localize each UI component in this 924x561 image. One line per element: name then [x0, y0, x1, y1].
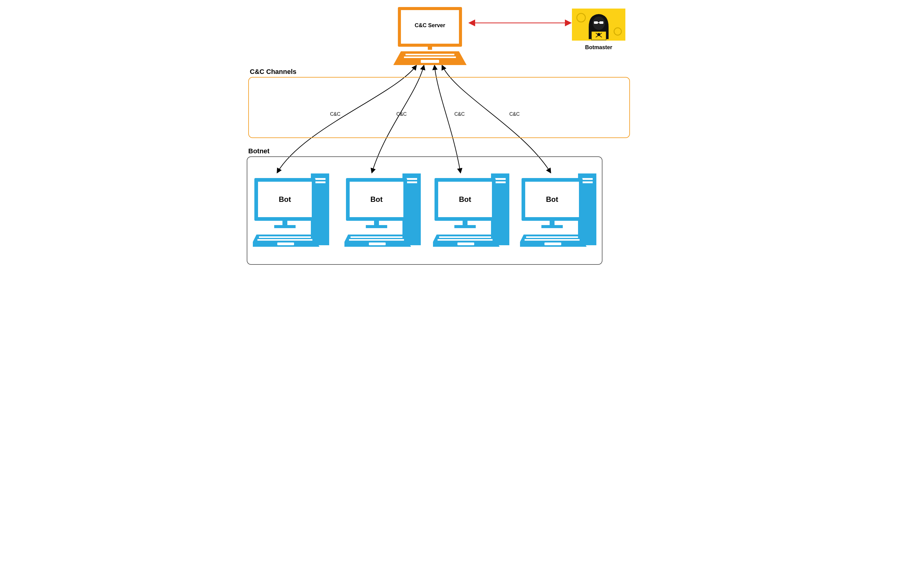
svg-rect-48 [439, 236, 491, 238]
svg-rect-2 [428, 47, 432, 50]
cc-label-1: C&C [330, 111, 340, 117]
svg-rect-35 [366, 225, 387, 228]
bot-node-3: Bot [433, 167, 512, 260]
cc-server-node: C&C Server [392, 6, 468, 68]
svg-rect-34 [374, 221, 379, 225]
svg-rect-23 [282, 221, 287, 225]
diagram-canvas: C&C Channels C&C C&C C&C C&C Botnet C&C … [236, 0, 688, 275]
svg-rect-57 [542, 225, 563, 228]
svg-rect-60 [525, 239, 579, 241]
bot-node-2: Bot [345, 167, 424, 260]
svg-rect-42 [495, 182, 506, 183]
bot-label-2: Bot [346, 178, 407, 221]
svg-rect-52 [582, 178, 593, 180]
svg-rect-50 [458, 243, 474, 245]
channels-box [248, 77, 630, 138]
svg-rect-6 [421, 60, 439, 63]
bot-label-1: Bot [254, 178, 315, 221]
svg-rect-5 [404, 57, 456, 58]
bot-label-3: Bot [435, 178, 496, 221]
svg-rect-56 [550, 221, 555, 225]
svg-rect-20 [315, 182, 326, 183]
cc-label-4: C&C [509, 111, 520, 117]
svg-rect-27 [257, 239, 312, 241]
cc-label-3: C&C [454, 111, 465, 117]
svg-rect-31 [406, 182, 417, 183]
svg-rect-59 [526, 236, 578, 238]
svg-rect-37 [351, 236, 402, 238]
svg-rect-28 [277, 243, 294, 245]
svg-rect-41 [495, 178, 506, 180]
svg-marker-3 [393, 51, 466, 65]
bot-label-4: Bot [522, 178, 583, 221]
svg-rect-4 [405, 54, 454, 55]
svg-rect-26 [259, 236, 311, 238]
bot-node-4: Bot [520, 167, 599, 260]
svg-rect-46 [454, 225, 476, 228]
svg-rect-39 [369, 243, 386, 245]
server-label: C&C Server [392, 6, 468, 45]
svg-rect-19 [315, 178, 326, 180]
svg-rect-12 [599, 21, 603, 24]
svg-rect-53 [582, 182, 593, 183]
svg-rect-38 [349, 239, 404, 241]
svg-rect-45 [463, 221, 468, 225]
botmaster-node: Botmaster [572, 9, 626, 48]
botnet-title: Botnet [248, 147, 270, 155]
svg-rect-11 [594, 21, 598, 24]
svg-rect-61 [544, 243, 561, 245]
svg-rect-49 [438, 239, 492, 241]
svg-rect-30 [406, 178, 417, 180]
svg-rect-24 [274, 225, 296, 228]
cc-label-2: C&C [396, 111, 407, 117]
channels-title: C&C Channels [250, 68, 297, 76]
bot-node-1: Bot [253, 167, 332, 260]
botmaster-icon [572, 9, 626, 40]
botmaster-label: Botmaster [572, 44, 626, 51]
